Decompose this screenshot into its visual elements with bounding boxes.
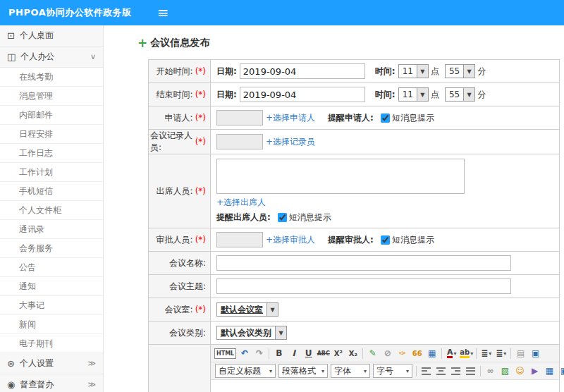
font-family-select[interactable]: 字体 ▾ bbox=[331, 364, 370, 378]
meeting-room-select[interactable]: 默认会议室 ▼ bbox=[216, 302, 278, 317]
format-brush-icon[interactable]: ✑ bbox=[396, 347, 409, 360]
toolbar-separator bbox=[476, 348, 477, 359]
end-minute-select[interactable]: 55 ▼ bbox=[445, 87, 475, 102]
field-label: 开始时间: (*) bbox=[149, 60, 211, 82]
fullscreen-icon[interactable]: ▣ bbox=[529, 347, 542, 360]
font-size-select[interactable]: 字号 ▾ bbox=[373, 364, 412, 378]
image-icon[interactable]: ▨ bbox=[498, 365, 512, 378]
align-justify-icon[interactable] bbox=[464, 365, 477, 378]
choose-recorder-link[interactable]: +选择记录员 bbox=[266, 136, 315, 148]
strikethrough-icon[interactable]: ABC bbox=[317, 347, 330, 360]
table-icon[interactable]: ▦ bbox=[543, 365, 556, 378]
applicant-input[interactable] bbox=[216, 110, 263, 125]
sidebar-item-schedule[interactable]: 日程安排 bbox=[0, 125, 103, 144]
align-left-icon[interactable] bbox=[419, 365, 433, 378]
sidebar-item-supervise[interactable]: ◉ 督查督办 ≫ bbox=[0, 374, 103, 392]
sidebar-item-e-journal[interactable]: 电子期刊 bbox=[0, 334, 103, 353]
sidebar-item-mobile-sms[interactable]: 手机短信 bbox=[0, 182, 103, 201]
media-icon[interactable]: ▶ bbox=[528, 365, 541, 378]
align-right-icon[interactable] bbox=[449, 365, 462, 378]
remind-applicant-checkbox[interactable] bbox=[381, 114, 390, 123]
font-color-icon[interactable]: A ▾ bbox=[445, 347, 458, 360]
link-icon[interactable]: ∞ bbox=[484, 365, 497, 378]
italic-icon[interactable]: I bbox=[287, 347, 300, 360]
align-center-icon[interactable] bbox=[434, 365, 448, 378]
emoticon-icon[interactable]: ☺ bbox=[513, 365, 527, 378]
remove-format-icon[interactable]: ⊘ bbox=[381, 347, 394, 360]
main-content: + 会议信息发布 开始时间: (*) 日期: 时间: 11 ▼ bbox=[104, 25, 564, 392]
field-label: 申请人: (*) bbox=[149, 106, 211, 129]
sidebar-item-work-log[interactable]: 工作日志 bbox=[0, 144, 103, 163]
meeting-category-select[interactable]: 默认会议类别 ▼ bbox=[216, 326, 287, 340]
start-hour-select[interactable]: 11 ▼ bbox=[398, 64, 429, 78]
choose-approver-link[interactable]: +选择审批人 bbox=[266, 234, 315, 246]
minute-value: 55 bbox=[446, 65, 463, 78]
editor-toolbar-row1: HTML ↶ ↷ B I U ABC X² X₂ ✎ ⊘ bbox=[211, 345, 559, 362]
menu-icon[interactable]: ≡ bbox=[157, 6, 169, 20]
toolbar-separator bbox=[362, 348, 363, 359]
sidebar-item-settings[interactable]: ⊛ 个人设置 ≫ bbox=[0, 353, 103, 374]
caret-down-icon: ▾ bbox=[364, 368, 367, 374]
sidebar-item-news[interactable]: 新闻 bbox=[0, 315, 103, 334]
sidebar-item-internal-mail[interactable]: 内部邮件 bbox=[0, 106, 103, 125]
superscript-icon[interactable]: X² bbox=[331, 347, 345, 360]
label-text: 结束时间: bbox=[157, 89, 193, 101]
sidebar-item-message-management[interactable]: 消息管理 bbox=[0, 87, 103, 106]
sidebar-item-office[interactable]: ◫ 个人办公 ∨ bbox=[0, 47, 103, 68]
underline-icon[interactable]: U bbox=[302, 347, 315, 360]
start-minute-select[interactable]: 55 ▼ bbox=[445, 64, 475, 78]
sidebar-item-label: 个人桌面 bbox=[20, 30, 54, 42]
toolbar-separator bbox=[416, 366, 417, 376]
editor-content[interactable] bbox=[211, 380, 559, 392]
sidebar-item-work-plan[interactable]: 工作计划 bbox=[0, 163, 103, 182]
form-row-applicant: 申请人: (*) +选择申请人 提醒申请人: 短消息提示 bbox=[149, 106, 559, 130]
chevron-right-icon: ≫ bbox=[87, 359, 96, 368]
expand-icon[interactable]: ▣ bbox=[558, 365, 564, 378]
hour-value: 11 bbox=[399, 88, 417, 101]
page-icon[interactable]: ▤ bbox=[514, 347, 527, 360]
list-glyph: ≣ bbox=[496, 348, 503, 358]
meeting-category-value: 默认会议类别 bbox=[217, 326, 275, 339]
sidebar-item-meeting-service[interactable]: 会务服务 bbox=[0, 239, 103, 258]
meeting-topic-input[interactable] bbox=[216, 278, 511, 294]
html-source-icon[interactable]: HTML bbox=[214, 348, 236, 359]
meeting-name-input[interactable] bbox=[216, 255, 511, 271]
remind-approver-checkbox[interactable] bbox=[381, 235, 390, 245]
subscript-icon[interactable]: X₂ bbox=[346, 347, 360, 360]
start-date-input[interactable] bbox=[240, 63, 365, 79]
remind-attendees-checkbox[interactable] bbox=[278, 213, 287, 222]
add-icon: + bbox=[137, 37, 147, 49]
grid-icon[interactable]: ▦ bbox=[425, 347, 439, 360]
sidebar-item-file-cabinet[interactable]: 个人文件柜 bbox=[0, 201, 103, 220]
end-date-input[interactable] bbox=[240, 87, 365, 102]
field-label: 会议主题: bbox=[149, 275, 211, 298]
editor-toolbar-row2: 自定义标题 ▾ 段落格式 ▾ 字体 ▾ bbox=[211, 362, 559, 380]
caret-down-icon: ▾ bbox=[503, 350, 506, 357]
pen-icon[interactable]: ✎ bbox=[366, 347, 379, 360]
form-row-approver: 审批人员: (*) +选择审批人 提醒审批人: 短消息提示 bbox=[149, 228, 559, 252]
undo-icon[interactable]: ↶ bbox=[238, 347, 251, 360]
sidebar-item-online-attendance[interactable]: 在线考勤 bbox=[0, 68, 103, 87]
heading-format-select[interactable]: 自定义标题 ▾ bbox=[215, 364, 276, 378]
attendees-textarea[interactable] bbox=[216, 159, 465, 194]
page-header: + 会议信息发布 bbox=[137, 37, 560, 49]
choose-attendees-link[interactable]: +选择出席人 bbox=[216, 197, 266, 209]
redo-icon[interactable]: ↷ bbox=[252, 347, 266, 360]
sidebar-item-contacts[interactable]: 通讯录 bbox=[0, 220, 103, 239]
highlight-color-icon[interactable]: ab ▾ bbox=[460, 347, 473, 360]
approver-input[interactable] bbox=[216, 232, 263, 247]
sidebar-item-desktop[interactable]: ⊡ 个人桌面 bbox=[0, 25, 103, 47]
recorder-input[interactable] bbox=[216, 134, 263, 149]
caret-down-icon: ▾ bbox=[489, 350, 491, 357]
sidebar-item-notice[interactable]: 通知 bbox=[0, 277, 103, 296]
sidebar-item-label: 个人设置 bbox=[20, 357, 54, 369]
ordered-list-icon[interactable]: ≣ ▾ bbox=[479, 347, 493, 360]
choose-applicant-link[interactable]: +选择申请人 bbox=[266, 112, 315, 124]
paragraph-format-select[interactable]: 段落格式 ▾ bbox=[278, 364, 328, 378]
sidebar-item-memorabilia[interactable]: 大事记 bbox=[0, 296, 103, 315]
bold-icon[interactable]: B bbox=[272, 347, 286, 360]
end-hour-select[interactable]: 11 ▼ bbox=[398, 87, 429, 102]
unordered-list-icon[interactable]: ≣ ▾ bbox=[494, 347, 508, 360]
quote-icon[interactable]: 66 bbox=[410, 347, 424, 360]
sidebar-item-announcement[interactable]: 公告 bbox=[0, 258, 103, 277]
